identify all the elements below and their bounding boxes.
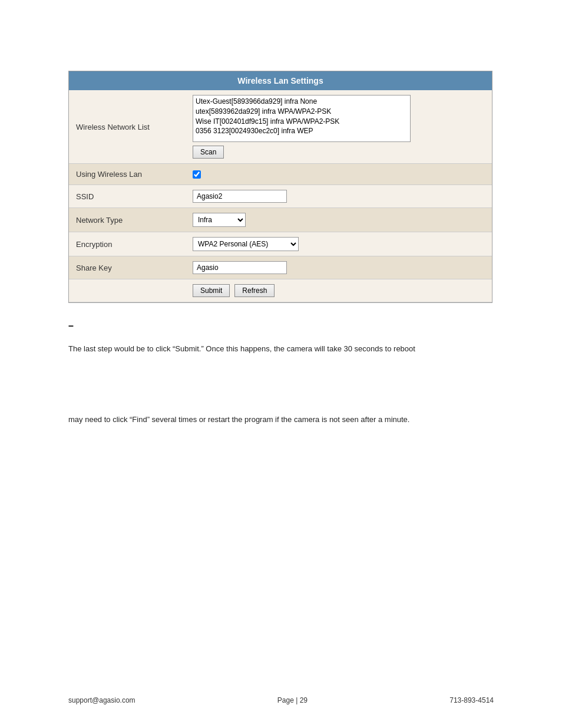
ssid-input[interactable] xyxy=(193,190,287,203)
using-wireless-checkbox[interactable] xyxy=(193,170,201,179)
value-ssid xyxy=(187,185,492,208)
label-share-key: Share Key xyxy=(69,256,187,279)
checkbox-cell xyxy=(193,170,486,179)
row-network-type: Network Type Infra Ad-Hoc xyxy=(69,208,492,232)
spacer-1 xyxy=(68,367,494,414)
footer-page: Page | 29 xyxy=(277,696,308,704)
label-network-list: Wireless Network List xyxy=(69,90,187,164)
scan-button[interactable]: Scan xyxy=(193,146,224,159)
body-text-2: may need to click “Find” several times o… xyxy=(68,414,494,426)
refresh-button[interactable]: Refresh xyxy=(234,284,275,297)
action-buttons: Submit Refresh xyxy=(193,284,486,297)
value-network-list: Utex-Guest[5893966da929] infra None utex… xyxy=(187,90,492,164)
scan-row: Scan xyxy=(193,146,486,159)
dash-separator: – xyxy=(68,321,494,331)
network-list-textarea[interactable]: Utex-Guest[5893966da929] infra None utex… xyxy=(193,95,411,142)
settings-table: Wireless Network List Utex-Guest[5893966… xyxy=(69,90,492,302)
footer-email: support@agasio.com xyxy=(68,696,135,704)
value-share-key xyxy=(187,256,492,279)
label-encryption: Encryption xyxy=(69,232,187,256)
body-text-1: The last step would be to click “Submit.… xyxy=(68,343,494,355)
row-network-list: Wireless Network List Utex-Guest[5893966… xyxy=(69,90,492,164)
row-actions: Submit Refresh xyxy=(69,279,492,302)
network-list-area: Utex-Guest[5893966da929] infra None utex… xyxy=(193,95,486,159)
value-actions: Submit Refresh xyxy=(187,279,492,302)
footer: support@agasio.com Page | 29 713-893-451… xyxy=(0,696,562,704)
row-using-wireless: Using Wireless Lan xyxy=(69,164,492,185)
encryption-select[interactable]: None WEP WPA Personal (TKIP) WPA2 Person… xyxy=(193,237,299,251)
row-share-key: Share Key xyxy=(69,256,492,279)
network-list-scroll-container: Utex-Guest[5893966da929] infra None utex… xyxy=(193,95,486,142)
wireless-settings-panel: Wireless Lan Settings Wireless Network L… xyxy=(68,71,492,303)
footer-phone: 713-893-4514 xyxy=(449,696,494,704)
submit-button[interactable]: Submit xyxy=(193,284,230,297)
share-key-input[interactable] xyxy=(193,261,287,274)
label-ssid: SSID xyxy=(69,185,187,208)
value-using-wireless xyxy=(187,164,492,185)
row-ssid: SSID xyxy=(69,185,492,208)
value-encryption: None WEP WPA Personal (TKIP) WPA2 Person… xyxy=(187,232,492,256)
network-type-select[interactable]: Infra Ad-Hoc xyxy=(193,213,246,227)
label-network-type: Network Type xyxy=(69,208,187,232)
row-encryption: Encryption None WEP WPA Personal (TKIP) … xyxy=(69,232,492,256)
label-actions xyxy=(69,279,187,302)
value-network-type: Infra Ad-Hoc xyxy=(187,208,492,232)
label-using-wireless: Using Wireless Lan xyxy=(69,164,187,185)
panel-title: Wireless Lan Settings xyxy=(237,76,323,85)
panel-header: Wireless Lan Settings xyxy=(69,71,492,90)
